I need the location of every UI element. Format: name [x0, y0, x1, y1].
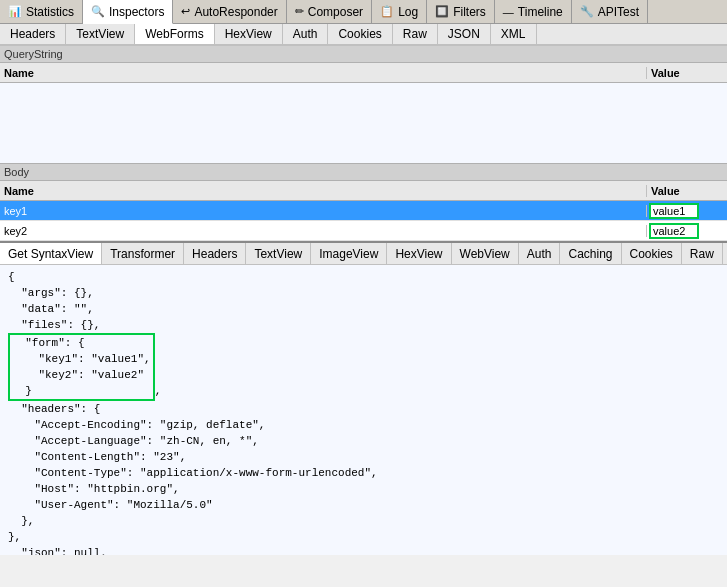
tab-xml[interactable]: XML — [491, 24, 537, 44]
response-area: Get SyntaxView Transformer Headers TextV… — [0, 241, 727, 587]
json-line: "Content-Type": "application/x-www-form-… — [8, 465, 719, 481]
log-icon: 📋 — [380, 5, 394, 18]
query-name-header: Name — [0, 67, 647, 79]
row1-value-box: value1 — [649, 203, 699, 219]
top-tab-bar: 📊 Statistics 🔍 Inspectors ↩ AutoResponde… — [0, 0, 727, 24]
tab-auth[interactable]: Auth — [283, 24, 329, 44]
query-value-header: Value — [647, 67, 727, 79]
json-form-highlight: "form": { "key1": "value1", "key2": "val… — [8, 333, 155, 401]
statistics-icon: 📊 — [8, 5, 22, 18]
json-line: "User-Agent": "Mozilla/5.0" — [8, 497, 719, 513]
response-tab-caching[interactable]: Caching — [560, 243, 621, 264]
tab-inspectors[interactable]: 🔍 Inspectors — [83, 0, 173, 24]
tab-autoresponder-label: AutoResponder — [194, 5, 277, 19]
response-tab-syntaxview[interactable]: Get SyntaxView — [0, 243, 102, 264]
body-value-header: Value — [647, 185, 727, 197]
timeline-icon: — — [503, 6, 514, 18]
autoresponder-icon: ↩ — [181, 5, 190, 18]
query-string-section: QueryString Name Value — [0, 46, 727, 163]
tab-textview[interactable]: TextView — [66, 24, 135, 44]
filters-icon: 🔲 — [435, 5, 449, 18]
tab-log[interactable]: 📋 Log — [372, 0, 427, 23]
response-tab-imageview[interactable]: ImageView — [311, 243, 387, 264]
tab-cookies[interactable]: Cookies — [328, 24, 392, 44]
tab-composer-label: Composer — [308, 5, 363, 19]
json-line: "headers": { — [8, 401, 719, 417]
json-line: "data": "", — [8, 301, 719, 317]
json-line: "json": null, — [8, 545, 719, 555]
row2-value-box: value2 — [649, 223, 699, 239]
table-row[interactable]: key2 value2 — [0, 221, 727, 241]
json-line: "Host": "httpbin.org", — [8, 481, 719, 497]
json-line: "args": {}, — [8, 285, 719, 301]
json-line: }, — [8, 513, 719, 529]
tab-timeline[interactable]: — Timeline — [495, 0, 572, 23]
json-line: "files": {}, — [8, 317, 719, 333]
inspectors-icon: 🔍 — [91, 5, 105, 18]
tab-log-label: Log — [398, 5, 418, 19]
json-content: { "args": {}, "data": "", "files": {}, "… — [0, 265, 727, 555]
response-tab-auth[interactable]: Auth — [519, 243, 561, 264]
tab-apitest[interactable]: 🔧 APITest — [572, 0, 648, 23]
body-section-label: Body — [0, 164, 727, 181]
row1-value: value1 — [647, 203, 727, 219]
tab-headers[interactable]: Headers — [0, 24, 66, 44]
tab-autoresponder[interactable]: ↩ AutoResponder — [173, 0, 286, 23]
query-string-label: QueryString — [0, 46, 727, 63]
tab-composer[interactable]: ✏ Composer — [287, 0, 372, 23]
response-tab-textview[interactable]: TextView — [246, 243, 311, 264]
tab-statistics[interactable]: 📊 Statistics — [0, 0, 83, 23]
json-line: "Accept-Language": "zh-CN, en, *", — [8, 433, 719, 449]
json-line: "Content-Length": "23", — [8, 449, 719, 465]
response-tab-raw[interactable]: Raw — [682, 243, 723, 264]
response-tab-webview[interactable]: WebView — [452, 243, 519, 264]
tab-hexview[interactable]: HexView — [215, 24, 283, 44]
composer-icon: ✏ — [295, 5, 304, 18]
second-tab-bar: Headers TextView WebForms HexView Auth C… — [0, 24, 727, 46]
apitest-icon: 🔧 — [580, 5, 594, 18]
row2-name: key2 — [0, 225, 647, 237]
body-section: Body Name Value key1 value1 key2 value2 — [0, 163, 727, 241]
response-tab-hexview[interactable]: HexView — [387, 243, 451, 264]
tab-webforms[interactable]: WebForms — [135, 24, 214, 44]
response-tab-headers[interactable]: Headers — [184, 243, 246, 264]
tab-json[interactable]: JSON — [438, 24, 491, 44]
tab-timeline-label: Timeline — [518, 5, 563, 19]
query-table-header: Name Value — [0, 63, 727, 83]
json-line: { — [8, 269, 719, 285]
upper-panel: Headers TextView WebForms HexView Auth C… — [0, 24, 727, 241]
body-table-header: Name Value — [0, 181, 727, 201]
tab-apitest-label: APITest — [598, 5, 639, 19]
tab-inspectors-label: Inspectors — [109, 5, 164, 19]
table-row[interactable]: key1 value1 — [0, 201, 727, 221]
body-name-header: Name — [0, 185, 647, 197]
json-form-line: "form": { "key1": "value1", "key2": "val… — [8, 333, 719, 401]
json-line: "Accept-Encoding": "gzip, deflate", — [8, 417, 719, 433]
row1-name: key1 — [0, 205, 647, 217]
tab-raw[interactable]: Raw — [393, 24, 438, 44]
tab-filters[interactable]: 🔲 Filters — [427, 0, 495, 23]
query-table-empty — [0, 83, 727, 163]
tab-statistics-label: Statistics — [26, 5, 74, 19]
row2-value: value2 — [647, 223, 727, 239]
tab-filters-label: Filters — [453, 5, 486, 19]
response-tab-bar: Get SyntaxView Transformer Headers TextV… — [0, 243, 727, 265]
response-tab-cookies[interactable]: Cookies — [622, 243, 682, 264]
json-line: }, — [8, 529, 719, 545]
response-tab-transformer[interactable]: Transformer — [102, 243, 184, 264]
